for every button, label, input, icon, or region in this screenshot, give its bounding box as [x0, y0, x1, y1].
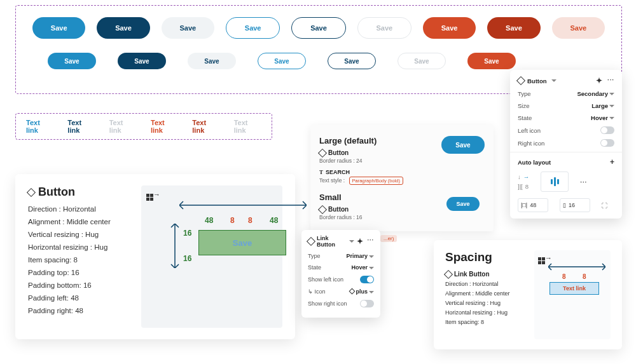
component-icon: [444, 269, 453, 278]
gap-input[interactable]: 8: [525, 183, 529, 190]
size-variants-card: Large (default) Button Border radius : 2…: [310, 125, 494, 231]
gap-8-right: 8: [248, 216, 252, 225]
size-select[interactable]: Large: [591, 102, 608, 109]
button-variant[interactable]: Save: [162, 17, 214, 39]
spacing-diagram: → 8 8 Text link: [534, 250, 611, 339]
right-icon-toggle[interactable]: [600, 139, 614, 147]
button-variant[interactable]: Save: [423, 17, 476, 39]
spec-title-text: Button: [38, 185, 75, 199]
text-link-variant[interactable]: Text link: [67, 119, 95, 134]
padding-vertical-input[interactable]: ▯16: [560, 198, 590, 212]
type-select[interactable]: Secondary: [577, 90, 608, 97]
spacing-card: Spacing Link Button Direction : Horizont…: [434, 240, 622, 349]
pad-left-48: 48: [205, 216, 213, 225]
expand-padding-icon[interactable]: ⛶: [602, 202, 608, 209]
diagram-button: Save: [198, 230, 286, 255]
spec-property: Horizontal resizing : Hug: [28, 243, 130, 251]
button-variant[interactable]: Save: [357, 17, 411, 39]
comp-name: Button: [328, 149, 349, 156]
pad-v-icon: ▯: [563, 202, 566, 208]
spec-property: Padding top: 16: [28, 269, 130, 276]
spec-property: Padding bottom: 16: [28, 281, 130, 289]
show-right-icon-toggle[interactable]: [360, 300, 374, 307]
button-variant[interactable]: Save: [552, 17, 605, 39]
target-icon[interactable]: ✦: [357, 237, 363, 246]
comp-name-2: Button: [328, 206, 349, 213]
gap-icon: ]|[: [518, 183, 523, 190]
text-icon: T: [319, 169, 323, 175]
layout-grid-icon: →: [146, 191, 160, 201]
component-icon: [516, 76, 525, 85]
cutoff-tag: ...er): [380, 235, 397, 242]
button-inspector-panel: Button ✦··· TypeSecondary SizeLarge Stat…: [510, 70, 622, 219]
component-icon: [307, 237, 315, 246]
gap-8-left: 8: [230, 216, 235, 225]
padding-horizontal-input[interactable]: |□|48: [518, 198, 548, 212]
gap-8-a: 8: [562, 273, 566, 280]
button-variant-small[interactable]: Save: [328, 53, 376, 69]
more-icon[interactable]: ···: [580, 179, 587, 185]
direction-horizontal-icon[interactable]: →: [523, 173, 530, 180]
spec-diagram: → Save 48 8 8 48 16 16: [141, 185, 282, 328]
spec-property: Item spacing: 8: [28, 256, 130, 264]
state-select[interactable]: Hover: [351, 264, 368, 271]
gap-8-b: 8: [583, 273, 586, 280]
pad-bottom-16: 16: [183, 254, 191, 263]
text-link-variant[interactable]: Text link: [151, 119, 178, 134]
spec-property: Direction : Horizontal: [28, 205, 130, 213]
component-icon: [318, 205, 327, 213]
text-link-variant[interactable]: Text link: [26, 119, 53, 134]
auto-layout-heading: Auto layout: [518, 159, 551, 166]
spacing-comp-name: Link Button: [454, 271, 490, 278]
link-button-props-panel: Link Button ✦··· TypePrimary StateHover …: [301, 230, 380, 318]
pad-h-icon: |□|: [521, 202, 527, 208]
button-spec-card: Button Direction : HorizontalAlignment :…: [15, 174, 295, 339]
type-select[interactable]: Primary: [346, 253, 368, 259]
button-variant[interactable]: Save: [291, 17, 345, 39]
target-icon[interactable]: ✦: [596, 76, 602, 85]
text-link-variant[interactable]: Text link: [234, 119, 261, 134]
spacing-property: Item spacing: 8: [445, 319, 525, 325]
panel-title: Link Button: [317, 235, 345, 248]
button-variant-small[interactable]: Save: [118, 53, 166, 69]
spacing-property: Vertical resizing : Hug: [445, 300, 525, 306]
text-style-tag: Paragraph/Body (bold): [349, 177, 403, 185]
border-radius-large: Border radius : 24: [319, 158, 485, 164]
swap-icon: ↳: [308, 288, 313, 295]
show-left-icon-toggle[interactable]: [360, 276, 374, 283]
pad-top-16: 16: [183, 229, 191, 238]
button-variant-small[interactable]: Save: [48, 53, 96, 69]
button-variant[interactable]: Save: [32, 17, 85, 39]
button-variant-small[interactable]: Save: [398, 53, 446, 69]
chevron-down-icon[interactable]: [551, 79, 556, 82]
spec-property: Padding left: 48: [28, 294, 130, 302]
state-select[interactable]: Hover: [591, 114, 608, 121]
border-radius-small: Border radius : 16: [319, 214, 485, 220]
chevron-down-icon[interactable]: [349, 240, 354, 243]
button-variant-small[interactable]: Save: [258, 53, 306, 69]
button-variant[interactable]: Save: [97, 17, 149, 39]
alignment-grid[interactable]: [541, 172, 569, 192]
button-variant-small[interactable]: Save: [467, 53, 516, 69]
text-link-variant[interactable]: Text link: [109, 119, 137, 134]
button-variant-small[interactable]: Save: [188, 53, 236, 69]
add-icon[interactable]: +: [610, 158, 614, 166]
spec-property: Alignment : Middle center: [28, 218, 130, 226]
component-icon: [318, 148, 327, 157]
spacing-property: Direction : Horizontal: [445, 281, 525, 287]
sample-small-button[interactable]: Save: [446, 197, 480, 211]
spec-title: Button: [28, 185, 130, 199]
button-variant[interactable]: Save: [226, 17, 280, 39]
spacing-property: Horizontal resizing : Hug: [445, 309, 525, 316]
diagram-text-link: Text link: [550, 282, 599, 295]
spacing-title: Spacing: [445, 250, 525, 264]
left-icon-toggle[interactable]: [600, 126, 614, 134]
text-link-variant[interactable]: Text link: [192, 119, 219, 134]
sample-large-button[interactable]: Save: [441, 136, 485, 154]
direction-vertical-icon[interactable]: ↓: [518, 173, 521, 180]
more-icon[interactable]: ···: [607, 76, 614, 85]
icon-select[interactable]: plus: [356, 288, 368, 295]
textlink-variants-frame: Text linkText linkText linkText linkText…: [15, 113, 272, 140]
more-icon[interactable]: ···: [367, 237, 374, 246]
button-variant[interactable]: Save: [487, 17, 540, 39]
